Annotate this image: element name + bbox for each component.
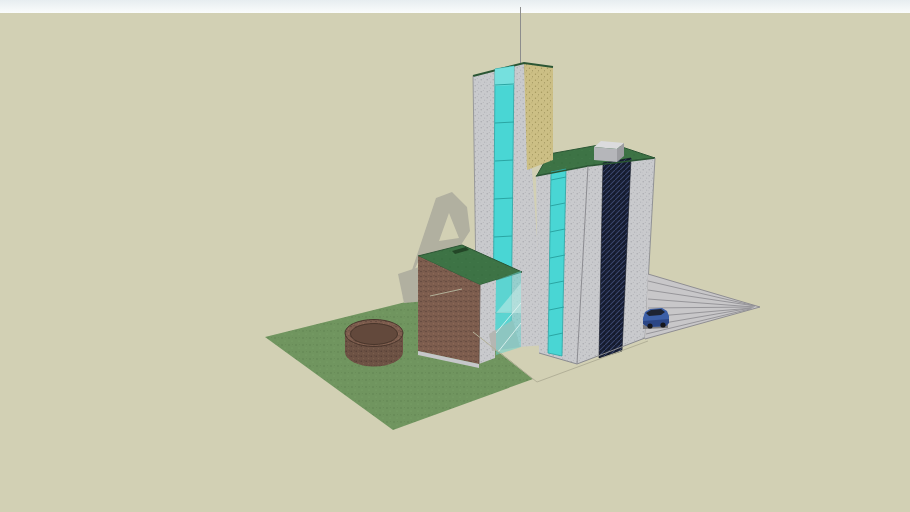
car (643, 308, 669, 329)
low-tower (536, 141, 655, 364)
brick-annex-side-face (479, 280, 496, 364)
sky (0, 0, 910, 13)
tall-tower-glass-highlight (495, 66, 514, 86)
car-wheel-rear (660, 322, 665, 327)
rooftop-unit (594, 141, 624, 162)
cylinder-inner (351, 324, 398, 345)
rooftop-unit-front (594, 147, 617, 162)
model-render (0, 0, 910, 512)
brick-cylinder (345, 320, 403, 367)
car-wheel-front (647, 323, 652, 328)
3d-viewport[interactable] (0, 0, 910, 512)
tall-tower-side-face (524, 63, 553, 170)
